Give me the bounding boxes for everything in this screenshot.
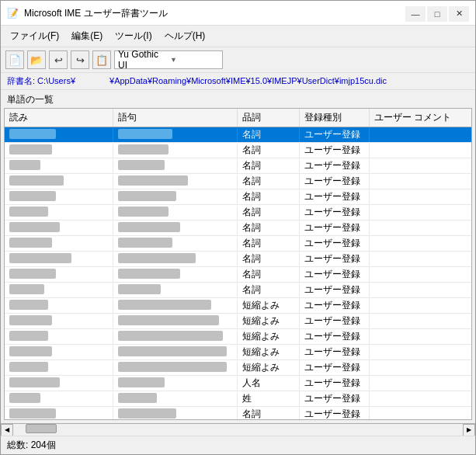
cell-yomi bbox=[5, 190, 113, 204]
cell-comment bbox=[370, 196, 471, 198]
table-row[interactable]: 名詞 ユーザー登録 bbox=[5, 127, 471, 143]
section-label: 単語の一覧 bbox=[1, 90, 475, 108]
status-text: 総数: 204個 bbox=[7, 439, 56, 450]
cell-touroku: ユーザー登録 bbox=[300, 127, 370, 142]
cell-goku bbox=[113, 175, 238, 189]
table-row[interactable]: 名詞 ユーザー登録 bbox=[5, 267, 471, 283]
cell-touroku: ユーザー登録 bbox=[300, 391, 370, 406]
menu-edit[interactable]: 編集(E) bbox=[65, 27, 109, 45]
table-row[interactable]: 名詞 ユーザー登録 bbox=[5, 283, 471, 298]
title-bar: 📝 Microsoft IME ユーザー辞書ツール — □ ✕ bbox=[1, 1, 475, 26]
table-row[interactable]: 名詞 ユーザー登録 bbox=[5, 236, 471, 252]
cell-hinshi: 人名 bbox=[238, 376, 300, 391]
table-row[interactable]: 人名 ユーザー登録 bbox=[5, 376, 471, 391]
cell-touroku: ユーザー登録 bbox=[300, 267, 370, 282]
cell-goku bbox=[113, 221, 238, 235]
cell-goku bbox=[113, 206, 238, 220]
cell-hinshi: 短縮よみ bbox=[238, 314, 300, 328]
scroll-right-button[interactable]: ▶ bbox=[463, 424, 475, 436]
font-name: Yu Gothic UI bbox=[118, 49, 167, 71]
cell-hinshi: 名詞 bbox=[238, 189, 300, 204]
cell-comment bbox=[370, 290, 471, 291]
cell-goku bbox=[113, 299, 238, 313]
table-row[interactable]: 短縮よみ ユーザー登録 bbox=[5, 345, 471, 360]
undo-button[interactable]: ↩ bbox=[49, 50, 68, 69]
scroll-left-button[interactable]: ◀ bbox=[1, 424, 13, 436]
cell-goku bbox=[113, 330, 238, 344]
cell-hinshi: 名詞 bbox=[238, 143, 300, 158]
cell-yomi bbox=[5, 237, 113, 251]
cell-hinshi: 名詞 bbox=[238, 205, 300, 220]
table-row[interactable]: 名詞 ユーザー登録 bbox=[5, 252, 471, 267]
cell-hinshi: 名詞 bbox=[238, 127, 300, 142]
font-dropdown-arrow: ▼ bbox=[170, 56, 219, 64]
cell-touroku: ユーザー登録 bbox=[300, 283, 370, 297]
cell-yomi bbox=[5, 314, 113, 328]
cell-comment bbox=[370, 134, 471, 136]
minimize-button[interactable]: — bbox=[405, 6, 426, 22]
table-row[interactable]: 短縮よみ ユーザー登録 bbox=[5, 329, 471, 345]
main-window: 📝 Microsoft IME ユーザー辞書ツール — □ ✕ ファイル(F) … bbox=[0, 0, 476, 455]
table-row[interactable]: 短縮よみ ユーザー登録 bbox=[5, 298, 471, 314]
cell-comment bbox=[370, 336, 471, 338]
open-button[interactable]: 📂 bbox=[27, 50, 46, 69]
cell-yomi bbox=[5, 221, 113, 235]
table-row[interactable]: 名詞 ユーザー登録 bbox=[5, 158, 471, 174]
cell-yomi bbox=[5, 377, 113, 391]
table-row[interactable]: 姓 ユーザー登録 bbox=[5, 391, 471, 407]
table-row[interactable]: 名詞 ユーザー登録 bbox=[5, 221, 471, 236]
title-controls: — □ ✕ bbox=[405, 6, 469, 22]
cell-hinshi: 姓 bbox=[238, 391, 300, 406]
cell-goku bbox=[113, 252, 238, 266]
scroll-thumb[interactable] bbox=[26, 424, 57, 433]
toolbar: 📄 📂 ↩ ↪ 📋 Yu Gothic UI ▼ bbox=[1, 47, 475, 73]
close-button[interactable]: ✕ bbox=[449, 6, 469, 22]
table-row[interactable]: 短縮よみ ユーザー登録 bbox=[5, 360, 471, 376]
cell-goku bbox=[113, 128, 238, 142]
table-row[interactable]: 名詞 ユーザー登録 bbox=[5, 143, 471, 158]
menu-file[interactable]: ファイル(F) bbox=[4, 27, 65, 45]
cell-yomi bbox=[5, 175, 113, 189]
cell-yomi bbox=[5, 252, 113, 266]
cell-goku bbox=[113, 408, 238, 420]
cell-comment bbox=[370, 165, 471, 167]
table-row[interactable]: 名詞 ユーザー登録 bbox=[5, 407, 471, 419]
cell-touroku: ユーザー登録 bbox=[300, 360, 370, 375]
horizontal-scrollbar[interactable]: ◀ ▶ bbox=[1, 423, 475, 436]
cell-yomi bbox=[5, 283, 113, 297]
window-title: Microsoft IME ユーザー辞書ツール bbox=[24, 7, 168, 20]
cell-goku bbox=[113, 159, 238, 173]
cell-yomi bbox=[5, 299, 113, 313]
table-row[interactable]: 名詞 ユーザー登録 bbox=[5, 174, 471, 189]
table-row[interactable]: 名詞 ユーザー登録 bbox=[5, 189, 471, 205]
word-list-table: 読み 語句 品詞 登録種別 ユーザー コメント 名詞 ユーザー登録 bbox=[4, 108, 472, 420]
cell-touroku: ユーザー登録 bbox=[300, 345, 370, 359]
cell-yomi bbox=[5, 144, 113, 158]
cell-yomi bbox=[5, 361, 113, 375]
cell-hinshi: 短縮よみ bbox=[238, 345, 300, 359]
cell-comment bbox=[370, 414, 471, 415]
table-row[interactable]: 短縮よみ ユーザー登録 bbox=[5, 314, 471, 329]
filepath-bar: 辞書名: C:\Users¥ ¥AppData¥Roaming¥Microsof… bbox=[1, 73, 475, 90]
cell-hinshi: 短縮よみ bbox=[238, 329, 300, 344]
menu-help[interactable]: ヘルプ(H) bbox=[158, 27, 212, 45]
redo-button[interactable]: ↪ bbox=[71, 50, 89, 69]
cell-goku bbox=[113, 283, 238, 297]
cell-touroku: ユーザー登録 bbox=[300, 314, 370, 328]
cell-comment bbox=[370, 305, 471, 307]
header-touroku: 登録種別 bbox=[300, 109, 370, 127]
table-body[interactable]: 名詞 ユーザー登録 名詞 ユーザー登録 名詞 ユーザー登録 bbox=[5, 127, 471, 419]
table-row[interactable]: 名詞 ユーザー登録 bbox=[5, 205, 471, 221]
cell-hinshi: 短縮よみ bbox=[238, 298, 300, 313]
status-bar: 総数: 204個 bbox=[1, 436, 475, 454]
paste-button[interactable]: 📋 bbox=[92, 50, 111, 69]
cell-touroku: ユーザー登録 bbox=[300, 376, 370, 391]
cell-goku bbox=[113, 392, 238, 406]
menu-tools[interactable]: ツール(I) bbox=[109, 27, 158, 45]
cell-goku bbox=[113, 237, 238, 251]
cell-goku bbox=[113, 361, 238, 375]
scroll-track[interactable] bbox=[13, 424, 463, 436]
new-button[interactable]: 📄 bbox=[5, 50, 24, 69]
maximize-button[interactable]: □ bbox=[427, 6, 447, 22]
font-selector[interactable]: Yu Gothic UI ▼ bbox=[114, 50, 223, 69]
